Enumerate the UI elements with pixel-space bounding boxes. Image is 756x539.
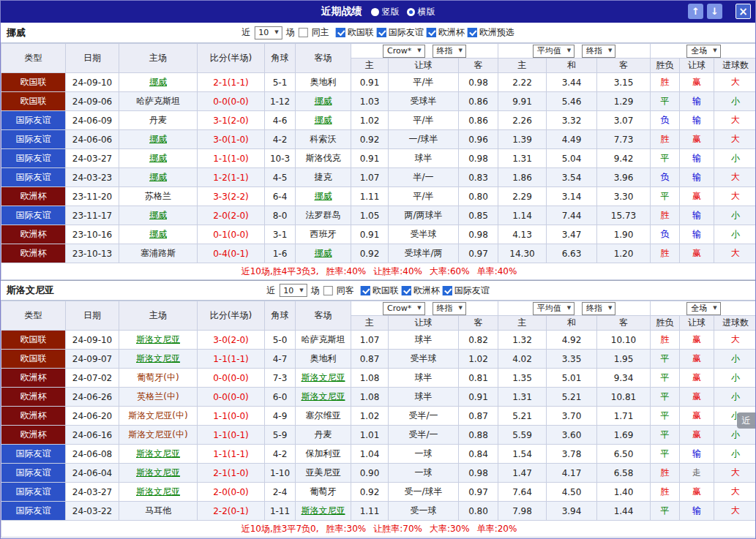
match-score[interactable]: 3-3(2-2) [198, 187, 265, 206]
away-team[interactable]: 斯洛文尼亚 [296, 502, 351, 521]
match-score[interactable]: 1-1(0-1) [198, 426, 265, 445]
away-team[interactable]: 斯洛伐克 [296, 149, 351, 168]
away-team[interactable]: 哈萨克斯坦 [296, 331, 351, 350]
final-odds-select[interactable]: 终指▼ [433, 45, 466, 58]
away-team[interactable]: 奥地利 [296, 73, 351, 92]
home-team[interactable]: 葡萄牙(中) [119, 369, 198, 388]
odds-home: 1.03 [351, 92, 389, 111]
home-team[interactable]: 斯洛文尼亚 [119, 331, 198, 350]
match-score[interactable]: 0-4(0-1) [198, 244, 265, 263]
scroll-up-button[interactable]: ↑ [688, 4, 703, 19]
scope-select[interactable]: 全场▼ [686, 302, 720, 315]
away-team[interactable]: 捷克 [296, 168, 351, 187]
away-team[interactable]: 亚美尼亚 [296, 464, 351, 483]
competition-checkbox[interactable]: 国际友谊 [377, 26, 424, 39]
same-venue-checkbox[interactable] [323, 286, 333, 295]
match-score[interactable]: 3-1(2-0) [198, 111, 265, 130]
match-score[interactable]: 1-1(1-1) [198, 445, 265, 464]
home-team[interactable]: 挪威 [119, 168, 198, 187]
away-team[interactable]: 葡萄牙 [296, 483, 351, 502]
match-score[interactable]: 2-1(1-1) [198, 73, 265, 92]
final-odds-select[interactable]: 终指▼ [582, 45, 615, 58]
same-venue-checkbox[interactable] [299, 28, 308, 37]
away-team[interactable]: 斯洛文尼亚 [296, 388, 351, 407]
match-score[interactable]: 1-1(1-0) [198, 149, 265, 168]
avg-odds-home: 2.22 [498, 73, 547, 92]
competition-checkbox[interactable]: 欧洲预选 [468, 26, 514, 39]
match-score[interactable]: 1-1(1-1) [198, 350, 265, 369]
home-team[interactable]: 苏格兰 [119, 187, 198, 206]
home-team[interactable]: 挪威 [119, 225, 198, 244]
home-team[interactable]: 斯洛文尼亚 [119, 464, 198, 483]
home-team[interactable]: 挪威 [119, 130, 198, 149]
scope-select[interactable]: 全场▼ [686, 45, 720, 58]
home-team[interactable]: 丹麦 [119, 111, 198, 130]
bookmaker-select[interactable]: Crow*▼ [383, 302, 425, 315]
away-team[interactable]: 法罗群岛 [296, 206, 351, 225]
home-team[interactable]: 英格兰(中) [119, 388, 198, 407]
average-odds-select[interactable]: 平均值▼ [533, 302, 575, 315]
recent-count-select[interactable]: 10▼ [279, 284, 307, 297]
match-score[interactable]: 1-1(0-0) [198, 407, 265, 426]
away-team[interactable]: 斯洛文尼亚 [296, 369, 351, 388]
match-score[interactable]: 2-2(0-1) [198, 502, 265, 521]
away-team[interactable]: 丹麦 [296, 426, 351, 445]
match-score[interactable]: 0-0(0-0) [198, 388, 265, 407]
home-team[interactable]: 哈萨克斯坦 [119, 92, 198, 111]
match-score[interactable]: 2-1(1-0) [198, 464, 265, 483]
away-team[interactable]: 科索沃 [296, 130, 351, 149]
competition-checkbox[interactable]: 欧国联 [336, 26, 374, 39]
radio-label: 竖版 [382, 6, 400, 18]
competition-badge: 欧洲杯 [1, 388, 66, 407]
bookmaker-select[interactable]: Crow*▼ [383, 45, 425, 58]
home-team[interactable]: 斯洛文尼亚(中) [119, 407, 198, 426]
competition-checkbox[interactable]: 欧国联 [361, 284, 399, 297]
home-team[interactable]: 马耳他 [119, 502, 198, 521]
home-team[interactable]: 塞浦路斯 [119, 244, 198, 263]
result-wdl: 负 [651, 111, 680, 130]
away-team[interactable]: 奥地利 [296, 350, 351, 369]
recent-count-select[interactable]: 10▼ [254, 26, 282, 39]
average-odds-select[interactable]: 平均值▼ [533, 45, 575, 58]
match-score[interactable]: 0-0(0-0) [198, 92, 265, 111]
result-goals: 小 [714, 92, 756, 111]
home-team[interactable]: 挪威 [119, 73, 198, 92]
home-team[interactable]: 斯洛文尼亚 [119, 350, 198, 369]
away-team[interactable]: 挪威 [296, 92, 351, 111]
layout-radio[interactable]: 横版 [407, 6, 435, 18]
home-team[interactable]: 挪威 [119, 206, 198, 225]
corner-score: 5-1 [265, 73, 296, 92]
scroll-down-button[interactable]: ↓ [707, 4, 722, 19]
competition-checkbox[interactable]: 国际友谊 [443, 284, 490, 297]
match-row: 国际友谊 24-03-27 挪威 1-1(1-0) 10-3 斯洛伐克 0.91… [1, 149, 756, 168]
result-wdl: 负 [651, 168, 680, 187]
away-team[interactable]: 塞尔维亚 [296, 407, 351, 426]
home-team[interactable]: 斯洛文尼亚 [119, 445, 198, 464]
away-team[interactable]: 挪威 [296, 187, 351, 206]
competition-checkbox[interactable]: 欧洲杯 [427, 26, 465, 39]
home-team[interactable]: 挪威 [119, 149, 198, 168]
checkbox-label: 欧国联 [373, 284, 399, 297]
competition-checkbox[interactable]: 欧洲杯 [402, 284, 440, 297]
match-score[interactable]: 3-0(1-0) [198, 130, 265, 149]
col-header-score: 比分(半场) [198, 44, 265, 73]
match-score[interactable]: 3-0(2-0) [198, 331, 265, 350]
away-team[interactable]: 挪威 [296, 244, 351, 263]
home-team[interactable]: 斯洛文尼亚 [119, 483, 198, 502]
result-goals: 大 [714, 73, 756, 92]
match-score[interactable]: 2-0(2-0) [198, 206, 265, 225]
match-score[interactable]: 2-0(0-0) [198, 483, 265, 502]
away-team[interactable]: 西班牙 [296, 225, 351, 244]
layout-radio[interactable]: 竖版 [371, 6, 400, 18]
away-team[interactable]: 挪威 [296, 111, 351, 130]
floating-nav-button[interactable]: 近 [737, 412, 755, 429]
close-button[interactable]: × [736, 4, 751, 19]
match-score[interactable]: 1-2(1-1) [198, 168, 265, 187]
home-team[interactable]: 斯洛文尼亚(中) [119, 426, 198, 445]
final-odds-select[interactable]: 终指▼ [433, 302, 466, 315]
match-score[interactable]: 0-0(0-0) [198, 369, 265, 388]
final-odds-select[interactable]: 终指▼ [582, 302, 615, 315]
match-score[interactable]: 0-1(0-0) [198, 225, 265, 244]
summary-stat: 胜率:40% [326, 266, 366, 276]
away-team[interactable]: 保加利亚 [296, 445, 351, 464]
